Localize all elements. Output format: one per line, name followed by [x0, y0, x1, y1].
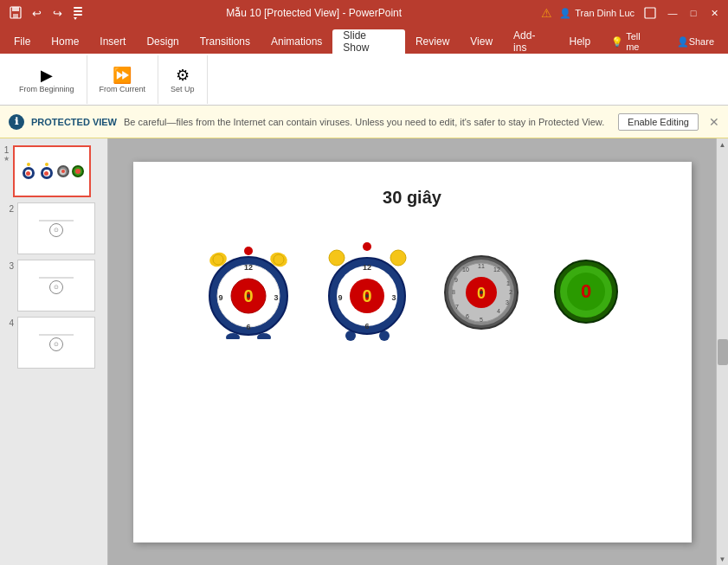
slide-num-1: 1 ★ [3, 145, 10, 163]
thumb-4-icon: ⊙ [49, 337, 63, 351]
tell-me[interactable]: 💡 Tell me [601, 29, 666, 54]
ribbon-group-current: ⏩ From Current [87, 55, 159, 104]
svg-text:0: 0 [581, 280, 591, 302]
scroll-thumb[interactable] [718, 339, 728, 365]
tab-design[interactable]: Design [136, 29, 189, 54]
close-bar-button[interactable]: ✕ [709, 115, 719, 129]
minimize-button[interactable]: — [666, 6, 680, 20]
protected-view-bar: ℹ PROTECTED VIEW Be careful—files from t… [0, 106, 728, 138]
svg-rect-2 [13, 14, 18, 18]
ribbon-group-setup: ⚙ Set Up [158, 55, 208, 104]
setup-icon: ⚙ [176, 66, 190, 85]
svg-rect-4 [74, 10, 82, 12]
scroll-up-button[interactable]: ▲ [717, 138, 729, 151]
lightbulb-icon: 💡 [611, 36, 623, 48]
title-bar-left: ↩ ↪ [7, 4, 87, 22]
svg-point-23 [247, 294, 250, 298]
svg-rect-5 [74, 14, 82, 16]
protected-badge: PROTECTED VIEW [31, 117, 117, 127]
svg-point-14 [244, 247, 253, 255]
scrollbar: ▲ ▼ [716, 138, 728, 565]
svg-text:12: 12 [244, 263, 253, 272]
tab-transitions[interactable]: Transitions [190, 29, 261, 54]
thumb-2[interactable]: ⊙ [17, 202, 95, 254]
setup-btn[interactable]: ⚙ Set Up [165, 64, 200, 95]
scroll-down-button[interactable]: ▼ [717, 553, 729, 565]
thumb-4[interactable]: ⊙ [17, 317, 95, 369]
enable-editing-button[interactable]: Enable Editing [618, 113, 699, 131]
tab-animations[interactable]: Animations [261, 29, 332, 54]
tab-home[interactable]: Home [41, 29, 89, 54]
svg-rect-3 [74, 7, 82, 9]
svg-point-26 [329, 250, 345, 266]
tab-addins[interactable]: Add-ins [503, 29, 558, 54]
expand-button[interactable] [641, 4, 659, 22]
redo-button[interactable]: ↪ [48, 4, 66, 22]
svg-text:10: 10 [462, 266, 469, 273]
main-area: 1 ★ [0, 138, 728, 565]
slide-canvas: 30 giây [133, 162, 692, 543]
share-button[interactable]: 👤 Share [667, 29, 725, 54]
ribbon-tabs: File Home Insert Design Transitions Anim… [0, 26, 728, 54]
tab-help[interactable]: Help [559, 29, 602, 54]
tab-view[interactable]: View [460, 29, 503, 54]
thumb-1[interactable] [13, 145, 91, 197]
thumb-1-content [21, 163, 84, 180]
from-beginning-btn[interactable]: ▶ From Beginning [14, 64, 80, 95]
from-current-btn[interactable]: ⏩ From Current [94, 64, 151, 95]
close-button[interactable]: ✕ [707, 6, 721, 20]
slide-thumbnail-1[interactable]: 1 ★ [3, 145, 104, 197]
svg-marker-6 [74, 17, 77, 20]
ribbon-content: ▶ From Beginning ⏩ From Current ⚙ Set Up [0, 54, 728, 106]
user-name: Tran Dinh Luc [575, 8, 635, 18]
svg-text:5: 5 [480, 317, 483, 323]
ribbon-group-start: ▶ From Beginning [7, 55, 87, 104]
svg-text:8: 8 [452, 289, 455, 295]
maximize-button[interactable]: □ [686, 6, 700, 20]
tab-file[interactable]: File [3, 29, 41, 54]
svg-text:4: 4 [497, 308, 500, 314]
quick-access-toolbar: ↩ ↪ [7, 4, 87, 22]
share-icon: 👤 [677, 36, 689, 48]
thumb-3[interactable]: ⊙ [17, 260, 95, 311]
svg-point-55 [480, 291, 483, 294]
tab-slideshow[interactable]: Slide Show [332, 29, 405, 54]
customize-button[interactable] [69, 4, 87, 22]
svg-text:1: 1 [506, 280, 510, 286]
user-icon: 👤 [559, 8, 571, 19]
user-info: 👤 Tran Dinh Luc [559, 8, 635, 19]
window-title: Mẫu 10 [Protected View] - PowerPoint [87, 7, 541, 19]
clock-4: 0 [554, 260, 619, 324]
svg-text:2: 2 [509, 289, 512, 295]
clock-3: 11 12 1 2 3 4 5 6 7 8 9 10 0 [443, 253, 519, 331]
slide-thumbnail-4[interactable]: 4 ⊙ [3, 317, 104, 369]
thumb-2-icon: ⊙ [49, 223, 63, 237]
svg-text:3: 3 [506, 299, 509, 305]
play-icon: ▶ [41, 66, 53, 85]
svg-text:6: 6 [364, 322, 369, 331]
clock-2: 12 3 6 9 0 [326, 242, 409, 342]
svg-point-37 [365, 294, 369, 298]
title-bar-right: ⚠ 👤 Tran Dinh Luc — □ ✕ [541, 4, 721, 22]
svg-text:12: 12 [493, 266, 500, 273]
tab-insert[interactable]: Insert [89, 29, 136, 54]
play-current-icon: ⏩ [113, 66, 132, 85]
svg-point-27 [390, 250, 406, 266]
svg-text:9: 9 [218, 293, 222, 302]
protected-icon: ℹ [9, 114, 24, 130]
svg-text:3: 3 [391, 293, 396, 302]
slide-thumbnail-2[interactable]: 2 ⊙ [3, 202, 104, 254]
save-button[interactable] [7, 4, 24, 22]
star-icon: ★ [3, 155, 10, 163]
tab-review[interactable]: Review [405, 29, 460, 54]
slide-num-2: 2 [3, 202, 14, 214]
svg-point-28 [363, 242, 371, 251]
svg-text:11: 11 [478, 263, 485, 269]
svg-text:9: 9 [454, 277, 458, 283]
svg-rect-7 [645, 8, 655, 18]
svg-text:7: 7 [455, 304, 459, 310]
svg-text:3: 3 [274, 293, 278, 302]
undo-button[interactable]: ↩ [28, 4, 45, 22]
slide-title: 30 giây [383, 188, 441, 208]
slide-thumbnail-3[interactable]: 3 ⊙ [3, 260, 104, 311]
